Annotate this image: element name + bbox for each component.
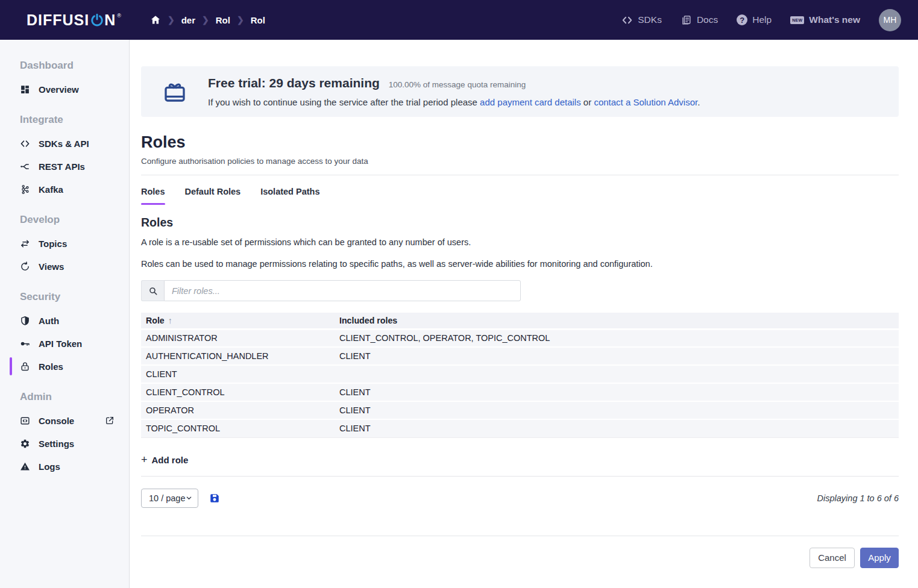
sidebar-item-auth[interactable]: Auth — [20, 315, 119, 326]
included-roles-cell[interactable]: CLIENT — [335, 401, 899, 419]
sidebar-item-label: API Token — [39, 339, 82, 349]
main-content: Free trial: 29 days remaining 100.00% of… — [130, 40, 918, 588]
role-cell[interactable]: CLIENT — [141, 365, 335, 383]
roles-description-2: Roles can be used to manage permissions … — [141, 258, 899, 269]
sidebar-item-label: Settings — [39, 439, 74, 449]
role-cell[interactable]: AUTHENTICATION_HANDLER — [141, 347, 335, 365]
sidebar-item-topics[interactable]: Topics — [20, 238, 119, 249]
sdks-label: SDKs — [638, 14, 662, 25]
table-row[interactable]: CLIENT_CONTROL CLIENT — [141, 383, 899, 401]
solution-advisor-link[interactable]: contact a Solution Advisor — [594, 97, 697, 107]
sidebar-item-settings[interactable]: Settings — [20, 438, 119, 449]
table-row[interactable]: ADMINISTRATOR CLIENT_CONTROL, OPERATOR, … — [141, 329, 899, 347]
gear-icon — [20, 439, 30, 449]
chevron-down-icon — [186, 495, 192, 501]
logo-text-left: DIFFUSI — [27, 8, 89, 32]
sidebar-item-overview[interactable]: Overview — [20, 84, 119, 95]
power-icon — [90, 13, 104, 27]
docs-link[interactable]: Docs — [681, 14, 718, 26]
column-header-role[interactable]: Role↑ — [141, 313, 335, 329]
sidebar-item-kafka[interactable]: Kafka — [20, 184, 119, 195]
role-cell[interactable]: TOPIC_CONTROL — [141, 419, 335, 437]
page-size-value: 10 / page — [149, 493, 185, 503]
sidebar-item-rest-apis[interactable]: REST APIs — [20, 161, 119, 172]
document-icon — [681, 14, 692, 26]
sidebar-item-roles[interactable]: Roles — [20, 361, 119, 372]
trial-message-end: . — [697, 97, 700, 107]
included-roles-cell[interactable]: CLIENT — [335, 383, 899, 401]
sidebar-item-label: Logs — [39, 461, 60, 472]
kafka-icon — [20, 184, 30, 195]
sidebar-item-views[interactable]: Views — [20, 261, 119, 272]
breadcrumb-separator: ❯ — [237, 15, 244, 25]
help-link[interactable]: ? Help — [737, 14, 772, 25]
role-cell[interactable]: CLIENT_CONTROL — [141, 383, 335, 401]
breadcrumb-item[interactable]: der — [181, 15, 195, 25]
trial-message-prefix: If you wish to continue using the servic… — [208, 97, 480, 107]
add-payment-link[interactable]: add payment card details — [480, 97, 581, 107]
tab-roles[interactable]: Roles — [141, 187, 165, 202]
breadcrumb-item[interactable]: Rol — [216, 15, 230, 25]
search-icon — [141, 280, 164, 301]
apply-button[interactable]: Apply — [860, 548, 899, 568]
user-avatar[interactable]: MH — [879, 9, 901, 31]
quota-text: 100.00% of message quota remaining — [389, 80, 526, 89]
breadcrumb-separator: ❯ — [202, 15, 209, 25]
included-roles-cell[interactable]: CLIENT_CONTROL, OPERATOR, TOPIC_CONTROL — [335, 329, 899, 347]
sidebar-section-integrate: Integrate SDKs & API REST APIs — [20, 114, 119, 195]
grid-icon — [20, 84, 30, 95]
new-badge-icon: NEW — [790, 16, 804, 24]
sidebar-item-label: Overview — [39, 84, 79, 95]
docs-label: Docs — [697, 14, 718, 25]
logo-text-right: N — [104, 8, 116, 32]
filter-box — [141, 280, 521, 301]
table-row[interactable]: AUTHENTICATION_HANDLER CLIENT — [141, 347, 899, 365]
column-label: Role — [146, 316, 165, 325]
sidebar-item-label: Console — [39, 416, 74, 426]
sidebar-section-develop: Develop Topics Views — [20, 214, 119, 272]
sidebar-item-api-token[interactable]: API Token — [20, 338, 119, 349]
role-cell[interactable]: ADMINISTRATOR — [141, 329, 335, 347]
breadcrumb: ❯ der ❯ Rol ❯ Rol — [150, 14, 265, 25]
sidebar-item-label: Roles — [39, 361, 63, 372]
included-roles-cell[interactable]: CLIENT — [335, 347, 899, 365]
sidebar-item-logs[interactable]: Logs — [20, 461, 119, 472]
role-cell[interactable]: OPERATOR — [141, 401, 335, 419]
sidebar-section-security: Security Auth API Token — [20, 291, 119, 372]
help-label: Help — [752, 14, 772, 25]
roles-description-1: A role is a re-usable set of permissions… — [141, 237, 899, 248]
registered-mark: ® — [117, 13, 121, 19]
sidebar-item-console[interactable]: Console — [20, 415, 119, 426]
tab-isolated-paths[interactable]: Isolated Paths — [260, 187, 319, 202]
divider — [141, 536, 899, 536]
page-size-select[interactable]: 10 / page — [141, 489, 198, 508]
sdks-link[interactable]: SDKs — [621, 14, 662, 26]
footer-actions: Cancel Apply — [141, 548, 899, 568]
roles-table: Role↑ Included roles ADMINISTRATOR CLIEN… — [141, 313, 899, 438]
code-icon — [621, 14, 633, 26]
sidebar-item-label: REST APIs — [39, 161, 85, 172]
column-label: Included roles — [339, 316, 397, 325]
included-roles-cell[interactable] — [335, 365, 899, 383]
breadcrumb-item[interactable]: Rol — [251, 15, 265, 25]
sidebar-item-sdks-api[interactable]: SDKs & API — [20, 138, 119, 149]
external-link-icon[interactable] — [105, 416, 115, 425]
cancel-button[interactable]: Cancel — [810, 548, 855, 568]
add-role-button[interactable]: + Add role — [141, 454, 188, 466]
table-row[interactable]: TOPIC_CONTROL CLIENT — [141, 419, 899, 437]
sidebar-item-label: SDKs & API — [39, 139, 89, 149]
home-icon[interactable] — [150, 14, 161, 25]
shield-icon — [20, 316, 30, 326]
table-row[interactable]: CLIENT — [141, 365, 899, 383]
tab-default-roles[interactable]: Default Roles — [185, 187, 241, 202]
table-row[interactable]: OPERATOR CLIENT — [141, 401, 899, 419]
table-header-row: Role↑ Included roles — [141, 313, 899, 329]
sidebar-section-admin: Admin Console — [20, 391, 119, 472]
included-roles-cell[interactable]: CLIENT — [335, 419, 899, 437]
diffusion-logo[interactable]: DIFFUSI N ® — [27, 8, 121, 32]
column-header-included-roles[interactable]: Included roles — [335, 313, 899, 329]
whats-new-link[interactable]: NEW What's new — [790, 14, 860, 25]
save-icon[interactable] — [209, 493, 220, 504]
filter-roles-input[interactable] — [164, 280, 521, 301]
code-icon — [20, 139, 30, 149]
